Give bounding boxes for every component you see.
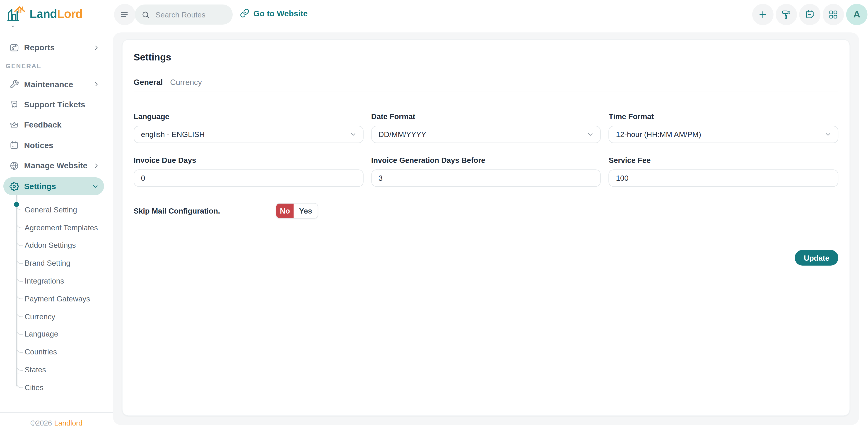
date-format-select-value: DD/MM/YYYY (378, 130, 426, 139)
paint-roller-icon (781, 9, 791, 20)
tabs-divider (134, 92, 838, 92)
grid-icon (828, 9, 838, 20)
language-select-value: english - ENGLISH (141, 130, 205, 139)
subitem-label: Language (25, 330, 58, 339)
sidebar-item-reports[interactable]: Reports (0, 37, 113, 58)
apps-grid-button[interactable] (823, 4, 844, 25)
sidebar-subitem-cities[interactable]: Cities (0, 379, 113, 397)
tab-general[interactable]: General (134, 78, 163, 87)
brand-logo[interactable]: LandLord (7, 5, 83, 23)
invoice-due-days-input[interactable] (134, 169, 363, 187)
form-actions: Update (134, 250, 838, 266)
theme-customizer-button[interactable] (776, 4, 797, 25)
subitem-label: Countries (25, 348, 57, 356)
skip-mail-option-yes[interactable]: Yes (293, 204, 317, 218)
notepad-icon (805, 9, 815, 20)
app-root: LandLord Go to (0, 0, 868, 433)
footer-brand-link[interactable]: Landlord (54, 419, 83, 427)
sidebar-item-maintenance[interactable]: Maintenance (0, 74, 113, 94)
wrench-icon (9, 80, 19, 89)
time-format-select-value: 12-hour (HH:MM AM/PM) (616, 130, 701, 139)
subitem-label: Integrations (25, 277, 64, 285)
chevron-down-icon (92, 183, 99, 190)
sidebar-item-support-tickets[interactable]: Support Tickets (0, 94, 113, 115)
settings-tabs: General Currency (134, 78, 838, 87)
sidebar-item-notices[interactable]: Notices (0, 135, 113, 155)
chevron-right-icon (93, 44, 100, 51)
reports-chart-icon (9, 43, 19, 52)
subitem-label: Payment Gateways (25, 295, 90, 303)
field-invoice-generation-days-before: Invoice Generation Days Before (371, 156, 601, 187)
date-format-select[interactable]: DD/MM/YYYY (371, 126, 601, 144)
subitem-label: Addon Settings (25, 241, 76, 250)
footer: ©2026 Landlord (0, 412, 113, 433)
update-button[interactable]: Update (795, 250, 838, 266)
sidebar-item-label: Maintenance (24, 80, 73, 89)
invoice-generation-days-before-input[interactable] (371, 169, 601, 187)
settings-submenu: General Setting Agreement Templates Addo… (0, 201, 113, 397)
sidebar-section-general: GENERAL (0, 58, 113, 74)
subitem-label: Brand Setting (25, 259, 70, 267)
subitem-label: Agreement Templates (25, 223, 98, 232)
search-input[interactable] (154, 10, 226, 19)
hamburger-icon (120, 9, 130, 20)
calendar-icon (9, 141, 19, 150)
sidebar-item-label: Settings (24, 182, 56, 191)
avatar-letter: A (853, 9, 860, 20)
service-fee-label: Service Fee (609, 156, 838, 165)
invoice-generation-days-before-label: Invoice Generation Days Before (371, 156, 601, 165)
form-row-3: Skip Mail Configuration. No Yes (134, 203, 838, 219)
field-invoice-due-days: Invoice Due Days (134, 156, 363, 187)
subitem-label: Cities (25, 383, 43, 392)
subitem-label: States (25, 366, 46, 374)
sidebar-toggle-button[interactable] (114, 4, 135, 25)
time-format-select[interactable]: 12-hour (HH:MM AM/PM) (609, 126, 838, 144)
sidebar: Reports GENERAL Maintenance (0, 25, 113, 412)
link-icon (240, 8, 249, 18)
sidebar-item-label: Reports (24, 43, 55, 52)
field-language: Language english - ENGLISH (134, 113, 363, 143)
notes-button[interactable] (799, 4, 820, 25)
settings-card: Settings General Currency Language engli… (122, 39, 850, 416)
add-new-button[interactable] (752, 4, 774, 25)
go-to-website-link[interactable]: Go to Website (240, 8, 308, 18)
sidebar-item-label: Feedback (24, 121, 61, 129)
sidebar-item-label: Manage Website (24, 161, 87, 170)
language-label: Language (134, 113, 363, 121)
date-format-label: Date Format (371, 113, 601, 121)
content-area: Settings General Currency Language engli… (113, 32, 859, 425)
globe-icon (9, 161, 19, 170)
brand-logo-text: LandLord (30, 8, 83, 20)
page-title: Settings (134, 52, 838, 63)
time-format-label: Time Format (609, 113, 838, 121)
tab-currency[interactable]: Currency (170, 78, 202, 87)
form-row-2: Invoice Due Days Invoice Generation Days… (134, 156, 838, 187)
user-avatar[interactable]: A (846, 4, 868, 25)
sidebar-item-label: Notices (24, 141, 53, 150)
sidebar-item-settings[interactable]: Settings (3, 178, 104, 195)
sidebar-item-feedback[interactable]: Feedback (0, 115, 113, 135)
go-to-website-label: Go to Website (253, 9, 308, 18)
skip-mail-option-no[interactable]: No (276, 204, 294, 218)
brand-logo-icon (7, 5, 25, 23)
chevron-right-icon (93, 81, 100, 88)
sidebar-item-manage-website[interactable]: Manage Website (0, 155, 113, 176)
top-bar: LandLord Go to (0, 0, 868, 32)
language-select[interactable]: english - ENGLISH (134, 126, 363, 144)
invoice-due-days-label: Invoice Due Days (134, 156, 363, 165)
ticket-icon (9, 100, 19, 110)
form-row-1: Language english - ENGLISH Date Format D… (134, 113, 838, 143)
sidebar-nav: Reports GENERAL Maintenance (0, 37, 113, 396)
skip-mail-label: Skip Mail Configuration. (134, 207, 276, 215)
crown-icon (9, 120, 19, 130)
chevron-right-icon (93, 162, 100, 169)
scrolled-item-hint (9, 26, 18, 31)
subitem-label: General Setting (25, 206, 77, 214)
field-time-format: Time Format 12-hour (HH:MM AM/PM) (609, 113, 838, 143)
chevron-down-icon (587, 131, 594, 138)
search-bar[interactable] (135, 4, 232, 25)
search-icon (142, 10, 150, 19)
gear-icon (9, 182, 19, 191)
service-fee-input[interactable] (609, 169, 838, 187)
skip-mail-toggle: No Yes (276, 203, 318, 219)
